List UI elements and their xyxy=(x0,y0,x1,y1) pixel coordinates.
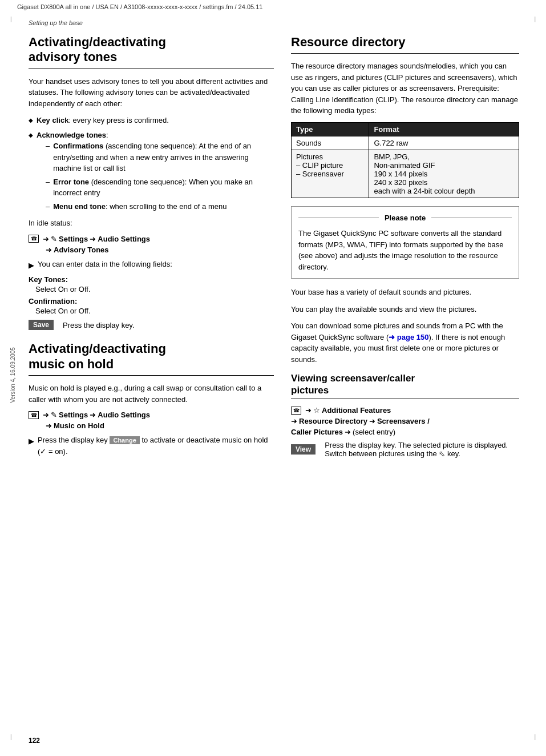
note-line-right xyxy=(431,218,512,218)
after-note-para3: You can download some pictures and sound… xyxy=(291,320,519,365)
music-on-hold-intro: Music on hold is played e.g., during a c… xyxy=(29,383,274,405)
nav-line-3b: ➜ Resource Directory ➜ Screensavers / xyxy=(291,417,519,425)
key-click-text: : every key press is confirmed. xyxy=(68,116,169,124)
left-column: Activating/deactivating advisory tones Y… xyxy=(29,35,274,463)
header-bar: Gigaset DX800A all in one / USA EN / A31… xyxy=(0,0,546,14)
sub-dash-1: – xyxy=(46,140,50,174)
nav-line-3: ☎ ➜ ☆ Additional Features xyxy=(291,406,519,415)
corner-mark-br: | xyxy=(534,734,536,740)
select-entry-label: (select entry) xyxy=(353,428,395,436)
phone-icon-2: ☎ xyxy=(29,411,39,419)
nav-arrow-3c: ➜ xyxy=(369,417,375,425)
error-tone-sub: – Error tone (descending tone sequence):… xyxy=(46,176,274,199)
press-change-arrow: ▶ Press the display key Change to activa… xyxy=(29,435,274,457)
phone-icon-3: ☎ xyxy=(291,407,301,415)
table-header-type: Type xyxy=(292,122,369,136)
nav-arrow-2b: ➜ xyxy=(90,411,96,419)
star-icon: ☆ xyxy=(313,406,320,415)
resource-directory-section: Resource directory The resource director… xyxy=(291,35,519,198)
nav-arrow-2a: ➜ xyxy=(43,411,49,419)
sub-dash-3: – xyxy=(46,201,50,212)
bullet-diamond-1: ◆ xyxy=(29,116,33,124)
view-button[interactable]: View xyxy=(291,444,316,455)
nav-line-2b: ➜ Music on Hold xyxy=(46,421,274,430)
format-line2: Non-animated GIF xyxy=(374,161,514,170)
pictures-type-sub2: – Screensaver xyxy=(296,170,364,178)
corner-mark-bl: | xyxy=(10,734,12,740)
viewing-divider xyxy=(291,399,519,399)
music-on-hold-divider xyxy=(29,375,274,376)
settings-icon-2: ✎ xyxy=(51,411,57,419)
acknowledge-tones-content: Acknowledge tones: – Confirmations (asce… xyxy=(37,130,274,215)
error-tone-text: Error tone (descending tone sequence): W… xyxy=(53,176,274,199)
acknowledge-tones-bullet: ◆ Acknowledge tones: – Confirmations (as… xyxy=(29,130,274,215)
key-tones-value: Select On or Off. xyxy=(35,285,274,293)
resource-table: Type Format Sounds G.722 raw Pictures xyxy=(291,122,519,198)
para3-link: ➜ page 150 xyxy=(389,333,428,341)
settings-label-2: Settings xyxy=(59,411,88,419)
table-row-sounds: Sounds G.722 raw xyxy=(292,136,519,150)
format-line4: 240 x 320 pixels xyxy=(374,178,514,187)
nav-line-3c: Caller Pictures ➜ (select entry) xyxy=(291,428,519,436)
save-text: Press the display key. xyxy=(63,321,134,329)
view-button-row: View Press the display key. The selected… xyxy=(291,441,519,458)
advisory-tones-intro: Your handset uses advisory tones to tell… xyxy=(29,76,274,110)
music-on-hold-label: Music on Hold xyxy=(54,421,104,430)
additional-features-label: Additional Features xyxy=(322,406,391,415)
after-note-para2: You can play the available sounds and vi… xyxy=(291,304,519,315)
idle-status-text: In idle status: xyxy=(29,218,274,229)
note-text: The Gigaset QuickSync PC software conver… xyxy=(298,228,512,272)
version-label: Version 4, 16.09.2005 xyxy=(10,347,16,403)
key-tones-label: Key Tones: xyxy=(29,275,274,284)
resource-directory-intro: The resource directory manages sounds/me… xyxy=(291,61,519,116)
advisory-tones-label: Advisory Tones xyxy=(54,246,109,254)
resource-directory-divider xyxy=(291,53,519,54)
format-line3: 190 x 144 pixels xyxy=(374,170,514,178)
header-text: Gigaset DX800A all in one / USA EN / A31… xyxy=(17,3,262,10)
settings-label-1: Settings xyxy=(59,235,88,243)
table-header-format: Format xyxy=(369,122,519,136)
change-button[interactable]: Change xyxy=(110,436,139,444)
advisory-tones-divider xyxy=(29,69,274,69)
phone-icon-1: ☎ xyxy=(29,235,39,243)
acknowledge-label: Acknowledge tones xyxy=(37,131,106,139)
enter-data-text: You can enter data in the following fiel… xyxy=(38,259,172,270)
format-line1: BMP, JPG, xyxy=(374,152,514,161)
confirmations-sub: – Confirmations (ascending tone sequence… xyxy=(46,140,274,174)
note-header: Please note xyxy=(298,212,512,224)
arrow-triangle-1: ▶ xyxy=(29,260,34,271)
nav-key-icon: ⬁ xyxy=(439,449,445,458)
after-note-para1: Your base has a variety of default sound… xyxy=(291,287,519,298)
audio-settings-label: Audio Settings xyxy=(98,235,150,243)
screensavers-label: Screensavers / xyxy=(377,417,430,425)
key-click-label: Key click xyxy=(37,116,68,124)
corner-mark-tr: | xyxy=(534,16,536,22)
right-column: Resource directory The resource director… xyxy=(291,35,519,463)
enter-data-arrow: ▶ You can enter data in the following fi… xyxy=(29,259,274,271)
page-number: 122 xyxy=(29,737,40,745)
settings-icon-1: ✎ xyxy=(51,235,57,243)
save-button-row: Save Press the display key. xyxy=(29,320,274,330)
nav-arrow-1b: ➜ xyxy=(46,246,52,254)
music-on-hold-heading: Activating/deactivating music on hold xyxy=(29,341,274,372)
corner-mark-tl: | xyxy=(10,16,12,22)
section-label-area: Setting up the base xyxy=(0,14,546,29)
save-button[interactable]: Save xyxy=(29,320,54,330)
press-display-text: Press the display key Change to activate… xyxy=(38,435,274,457)
arrow-triangle-2: ▶ xyxy=(29,436,34,447)
note-title: Please note xyxy=(379,212,431,224)
nav-arrow-1: ➜ xyxy=(43,235,49,243)
advisory-tones-heading: Activating/deactivating advisory tones xyxy=(29,35,274,65)
section-label: Setting up the base xyxy=(29,19,83,26)
music-on-hold-section: Activating/deactivating music on hold Mu… xyxy=(29,341,274,457)
nav-line-1b: ➜ Advisory Tones xyxy=(46,246,274,254)
table-cell-type-pictures: Pictures – CLIP picture – Screensaver xyxy=(292,150,369,198)
table-cell-type-sounds: Sounds xyxy=(292,136,369,150)
viewing-screensaver-section: Viewing screensaver/caller pictures ☎ ➜ … xyxy=(291,373,519,458)
nav-arrow-3d: ➜ xyxy=(345,428,351,436)
pictures-type-main: Pictures xyxy=(296,152,364,161)
table-cell-format-pictures: BMP, JPG, Non-animated GIF 190 x 144 pix… xyxy=(369,150,519,198)
content-area: Activating/deactivating advisory tones Y… xyxy=(0,29,546,480)
bullet-diamond-2: ◆ xyxy=(29,131,33,139)
table-cell-format-sounds: G.722 raw xyxy=(369,136,519,150)
